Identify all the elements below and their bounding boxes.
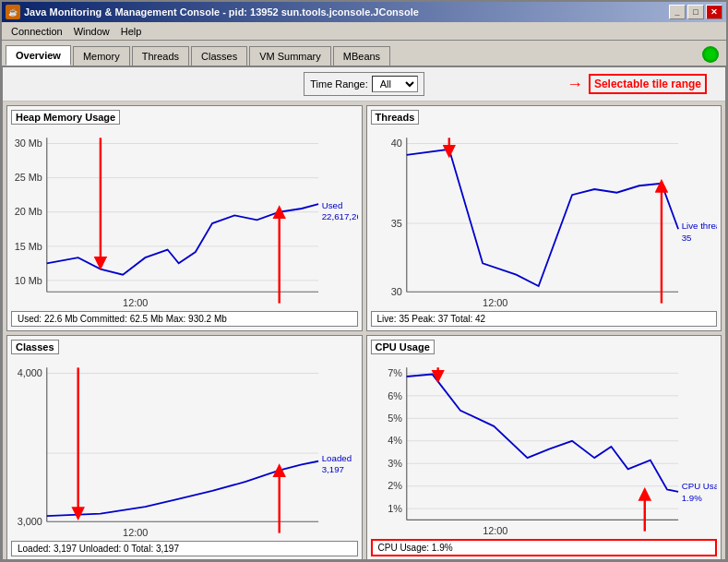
svg-text:Used: Used: [322, 200, 343, 210]
menu-bar: Connection Window Help: [2, 22, 726, 41]
classes-title: Classes: [11, 340, 59, 354]
cpu-chart-area: 7% 6% 5% 4% 3% 2% 1%: [371, 356, 718, 537]
threads-footer: Live: 35 Peak: 37 Total: 42: [371, 311, 718, 327]
svg-text:4%: 4%: [388, 435, 402, 446]
app-icon-label: ☕: [8, 8, 18, 17]
heap-chart-area: 30 Mb 25 Mb 20 Mb 15 Mb 10 Mb: [11, 126, 358, 309]
threads-chart-area: 40 35 30 12:00: [371, 126, 718, 309]
app-icon: ☕: [6, 5, 20, 19]
svg-text:35: 35: [390, 218, 401, 229]
svg-text:20 Mb: 20 Mb: [15, 206, 42, 217]
tab-content: Time Range: All 1 min 5 min 10 min 30 mi…: [2, 66, 726, 560]
tab-classes[interactable]: Classes: [191, 46, 247, 66]
svg-text:30 Mb: 30 Mb: [15, 138, 42, 149]
threads-title: Threads: [371, 110, 420, 125]
tab-vm-summary[interactable]: VM Summary: [249, 46, 331, 66]
time-range-label: Time Range:: [310, 78, 368, 90]
classes-panel: Classes 4,000 3,000 12:00: [6, 335, 363, 560]
time-range-select[interactable]: All 1 min 5 min 10 min 30 min 1 hour 2 h…: [372, 76, 418, 92]
svg-text:1%: 1%: [388, 503, 402, 514]
title-buttons: _ □ ✕: [669, 5, 722, 19]
right-arrow-icon: →: [567, 75, 583, 94]
minimize-button[interactable]: _: [669, 5, 686, 19]
threads-chart-svg: 40 35 30 12:00: [371, 126, 718, 309]
close-button[interactable]: ✕: [706, 5, 722, 19]
selectable-annotation: → Selectable tile range: [567, 74, 707, 94]
time-range-container: Time Range: All 1 min 5 min 10 min 30 mi…: [304, 72, 424, 96]
cpu-chart-svg: 7% 6% 5% 4% 3% 2% 1%: [371, 356, 718, 537]
title-bar: ☕ Java Monitoring & Management Console -…: [2, 2, 726, 22]
svg-text:5%: 5%: [388, 413, 402, 424]
svg-text:12:00: 12:00: [123, 527, 148, 538]
svg-text:3%: 3%: [388, 458, 402, 469]
tab-threads[interactable]: Threads: [132, 46, 189, 66]
svg-text:10 Mb: 10 Mb: [15, 274, 42, 285]
heap-title: Heap Memory Usage: [11, 110, 120, 125]
cpu-title: CPU Usage: [371, 340, 435, 354]
svg-text:7%: 7%: [388, 367, 402, 378]
svg-text:30: 30: [390, 286, 401, 297]
svg-text:1.9%: 1.9%: [681, 492, 701, 502]
tab-mbeans[interactable]: MBeans: [333, 46, 390, 66]
svg-text:3,197: 3,197: [322, 464, 344, 474]
window-title: Java Monitoring & Management Console - p…: [24, 6, 419, 18]
svg-text:Loaded: Loaded: [322, 452, 352, 462]
svg-text:2%: 2%: [388, 480, 402, 491]
tab-memory[interactable]: Memory: [73, 46, 130, 66]
status-indicator: [702, 46, 719, 63]
classes-chart-svg: 4,000 3,000 12:00 Loa: [11, 356, 358, 539]
menu-help[interactable]: Help: [115, 24, 148, 39]
svg-text:6%: 6%: [388, 389, 402, 401]
menu-connection[interactable]: Connection: [6, 24, 68, 39]
tab-overview[interactable]: Overview: [6, 45, 71, 66]
charts-grid: Heap Memory Usage 30 Mb 25 Mb 20 Mb 15 M…: [3, 102, 725, 560]
cpu-footer: CPU Usage: 1.9%: [371, 539, 718, 556]
svg-text:25 Mb: 25 Mb: [15, 172, 42, 183]
svg-text:3,000: 3,000: [18, 516, 42, 527]
top-bar: Time Range: All 1 min 5 min 10 min 30 mi…: [3, 67, 725, 102]
menu-window[interactable]: Window: [68, 24, 115, 39]
heap-footer: Used: 22.6 Mb Committed: 62.5 Mb Max: 93…: [11, 311, 358, 327]
cpu-panel: CPU Usage 7% 6% 5% 4% 3% 2% 1%: [366, 335, 722, 560]
selectable-label: Selectable tile range: [589, 74, 707, 94]
svg-text:CPU Usage: CPU Usage: [681, 481, 717, 491]
svg-text:35: 35: [681, 233, 691, 243]
tab-bar: Overview Memory Threads Classes VM Summa…: [2, 41, 726, 66]
svg-text:15 Mb: 15 Mb: [15, 240, 42, 251]
svg-text:12:00: 12:00: [483, 525, 507, 536]
threads-panel: Threads 40 35 30: [366, 105, 722, 331]
svg-text:4,000: 4,000: [18, 367, 42, 378]
title-bar-left: ☕ Java Monitoring & Management Console -…: [6, 5, 419, 19]
svg-text:Live threads: Live threads: [681, 221, 717, 231]
main-window: ☕ Java Monitoring & Management Console -…: [0, 0, 728, 562]
classes-chart-area: 4,000 3,000 12:00 Loa: [11, 356, 358, 539]
svg-text:22,617,264: 22,617,264: [322, 211, 358, 221]
heap-memory-panel: Heap Memory Usage 30 Mb 25 Mb 20 Mb 15 M…: [6, 105, 363, 331]
heap-chart-svg: 30 Mb 25 Mb 20 Mb 15 Mb 10 Mb: [11, 126, 358, 309]
svg-text:12:00: 12:00: [123, 297, 148, 308]
svg-text:12:00: 12:00: [483, 297, 507, 308]
classes-footer: Loaded: 3,197 Unloaded: 0 Total: 3,197: [11, 541, 358, 556]
svg-text:40: 40: [390, 138, 401, 149]
maximize-button[interactable]: □: [687, 5, 704, 19]
